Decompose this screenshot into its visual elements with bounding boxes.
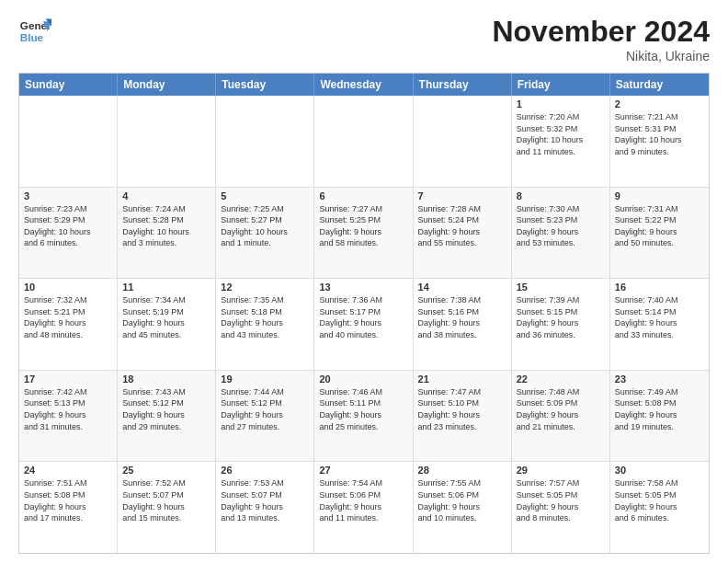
cell-info: Sunrise: 7:58 AM Sunset: 5:05 PM Dayligh… <box>615 477 704 523</box>
day-number: 20 <box>319 373 407 385</box>
month-title: November 2024 <box>492 15 710 49</box>
day-number: 26 <box>221 465 309 476</box>
cell-info: Sunrise: 7:40 AM Sunset: 5:14 PM Dayligh… <box>615 294 704 340</box>
day-number: 25 <box>122 465 210 476</box>
cell-info: Sunrise: 7:34 AM Sunset: 5:19 PM Dayligh… <box>122 294 210 340</box>
day-number: 12 <box>221 282 309 293</box>
header-tuesday: Tuesday <box>216 74 314 96</box>
cell-info: Sunrise: 7:51 AM Sunset: 5:08 PM Dayligh… <box>24 477 112 523</box>
day-number: 30 <box>615 465 704 476</box>
cell-info: Sunrise: 7:24 AM Sunset: 5:28 PM Dayligh… <box>122 203 210 249</box>
day-number: 29 <box>517 465 605 476</box>
page: General Blue November 2024 Nikita, Ukrai… <box>0 0 728 563</box>
cal-row-0: 1Sunrise: 7:20 AM Sunset: 5:32 PM Daylig… <box>19 96 709 188</box>
cal-cell-r3-c4: 21Sunrise: 7:47 AM Sunset: 5:10 PM Dayli… <box>414 371 512 462</box>
logo: General Blue <box>18 15 51 48</box>
header-sunday: Sunday <box>19 74 118 96</box>
cal-cell-r4-c4: 28Sunrise: 7:55 AM Sunset: 5:06 PM Dayli… <box>414 462 512 553</box>
day-number: 14 <box>418 282 506 293</box>
cal-cell-r3-c0: 17Sunrise: 7:42 AM Sunset: 5:13 PM Dayli… <box>19 371 118 462</box>
cal-cell-r4-c2: 26Sunrise: 7:53 AM Sunset: 5:07 PM Dayli… <box>216 462 314 553</box>
cal-cell-r0-c3 <box>314 96 413 187</box>
cal-cell-r2-c6: 16Sunrise: 7:40 AM Sunset: 5:14 PM Dayli… <box>610 279 709 370</box>
cal-cell-r2-c1: 11Sunrise: 7:34 AM Sunset: 5:19 PM Dayli… <box>118 279 216 370</box>
subtitle: Nikita, Ukraine <box>492 49 710 63</box>
header-friday: Friday <box>512 74 610 96</box>
cell-info: Sunrise: 7:21 AM Sunset: 5:31 PM Dayligh… <box>615 111 704 157</box>
cal-cell-r2-c3: 13Sunrise: 7:36 AM Sunset: 5:17 PM Dayli… <box>314 279 413 370</box>
day-number: 4 <box>122 190 210 201</box>
cell-info: Sunrise: 7:57 AM Sunset: 5:05 PM Dayligh… <box>517 477 605 523</box>
day-number: 8 <box>517 190 605 201</box>
cell-info: Sunrise: 7:35 AM Sunset: 5:18 PM Dayligh… <box>221 294 309 340</box>
cal-cell-r4-c0: 24Sunrise: 7:51 AM Sunset: 5:08 PM Dayli… <box>19 462 118 553</box>
cal-cell-r2-c2: 12Sunrise: 7:35 AM Sunset: 5:18 PM Dayli… <box>216 279 314 370</box>
cell-info: Sunrise: 7:54 AM Sunset: 5:06 PM Dayligh… <box>319 477 407 523</box>
day-number: 22 <box>517 373 605 385</box>
cell-info: Sunrise: 7:32 AM Sunset: 5:21 PM Dayligh… <box>24 294 112 340</box>
cal-cell-r3-c1: 18Sunrise: 7:43 AM Sunset: 5:12 PM Dayli… <box>118 371 216 462</box>
cell-info: Sunrise: 7:43 AM Sunset: 5:12 PM Dayligh… <box>122 386 210 432</box>
day-number: 3 <box>24 190 112 201</box>
cal-row-1: 3Sunrise: 7:23 AM Sunset: 5:29 PM Daylig… <box>19 188 709 280</box>
cal-cell-r0-c2 <box>216 96 314 187</box>
day-number: 6 <box>319 190 407 201</box>
cell-info: Sunrise: 7:25 AM Sunset: 5:27 PM Dayligh… <box>221 203 309 249</box>
day-number: 5 <box>221 190 309 201</box>
cal-cell-r0-c5: 1Sunrise: 7:20 AM Sunset: 5:32 PM Daylig… <box>512 96 610 187</box>
calendar-body: 1Sunrise: 7:20 AM Sunset: 5:32 PM Daylig… <box>19 96 709 553</box>
cell-info: Sunrise: 7:23 AM Sunset: 5:29 PM Dayligh… <box>24 203 112 249</box>
cell-info: Sunrise: 7:44 AM Sunset: 5:12 PM Dayligh… <box>221 386 309 432</box>
cal-cell-r3-c3: 20Sunrise: 7:46 AM Sunset: 5:11 PM Dayli… <box>314 371 413 462</box>
day-number: 17 <box>24 373 112 385</box>
day-number: 1 <box>517 98 605 109</box>
day-number: 9 <box>615 190 704 201</box>
cell-info: Sunrise: 7:55 AM Sunset: 5:06 PM Dayligh… <box>418 477 506 523</box>
title-block: November 2024 Nikita, Ukraine <box>492 15 710 63</box>
cal-cell-r0-c6: 2Sunrise: 7:21 AM Sunset: 5:31 PM Daylig… <box>610 96 709 187</box>
cal-cell-r0-c0 <box>19 96 118 187</box>
cal-cell-r4-c1: 25Sunrise: 7:52 AM Sunset: 5:07 PM Dayli… <box>118 462 216 553</box>
cell-info: Sunrise: 7:46 AM Sunset: 5:11 PM Dayligh… <box>319 386 407 432</box>
day-number: 7 <box>418 190 506 201</box>
cal-cell-r2-c5: 15Sunrise: 7:39 AM Sunset: 5:15 PM Dayli… <box>512 279 610 370</box>
cell-info: Sunrise: 7:36 AM Sunset: 5:17 PM Dayligh… <box>319 294 407 340</box>
day-number: 15 <box>517 282 605 293</box>
day-number: 13 <box>319 282 407 293</box>
day-number: 27 <box>319 465 407 476</box>
cal-cell-r1-c0: 3Sunrise: 7:23 AM Sunset: 5:29 PM Daylig… <box>19 188 118 279</box>
header-wednesday: Wednesday <box>314 74 413 96</box>
cal-row-3: 17Sunrise: 7:42 AM Sunset: 5:13 PM Dayli… <box>19 371 709 463</box>
day-number: 19 <box>221 373 309 385</box>
cell-info: Sunrise: 7:49 AM Sunset: 5:08 PM Dayligh… <box>615 386 704 432</box>
cal-cell-r3-c5: 22Sunrise: 7:48 AM Sunset: 5:09 PM Dayli… <box>512 371 610 462</box>
header-saturday: Saturday <box>610 74 709 96</box>
cal-cell-r0-c4 <box>414 96 512 187</box>
header: General Blue November 2024 Nikita, Ukrai… <box>18 15 710 63</box>
cal-cell-r2-c4: 14Sunrise: 7:38 AM Sunset: 5:16 PM Dayli… <box>414 279 512 370</box>
day-number: 10 <box>24 282 112 293</box>
cell-info: Sunrise: 7:47 AM Sunset: 5:10 PM Dayligh… <box>418 386 506 432</box>
day-number: 2 <box>615 98 704 109</box>
cal-row-2: 10Sunrise: 7:32 AM Sunset: 5:21 PM Dayli… <box>19 279 709 371</box>
cal-cell-r3-c6: 23Sunrise: 7:49 AM Sunset: 5:08 PM Dayli… <box>610 371 709 462</box>
header-monday: Monday <box>118 74 216 96</box>
calendar: Sunday Monday Tuesday Wednesday Thursday… <box>18 73 710 554</box>
cal-cell-r4-c5: 29Sunrise: 7:57 AM Sunset: 5:05 PM Dayli… <box>512 462 610 553</box>
cell-info: Sunrise: 7:31 AM Sunset: 5:22 PM Dayligh… <box>615 203 704 249</box>
day-number: 21 <box>418 373 506 385</box>
day-number: 18 <box>122 373 210 385</box>
cell-info: Sunrise: 7:52 AM Sunset: 5:07 PM Dayligh… <box>122 477 210 523</box>
cell-info: Sunrise: 7:30 AM Sunset: 5:23 PM Dayligh… <box>517 203 605 249</box>
header-thursday: Thursday <box>414 74 512 96</box>
day-number: 16 <box>615 282 704 293</box>
svg-text:Blue: Blue <box>20 31 44 43</box>
calendar-header: Sunday Monday Tuesday Wednesday Thursday… <box>19 74 709 96</box>
logo-icon: General Blue <box>18 15 51 48</box>
cell-info: Sunrise: 7:27 AM Sunset: 5:25 PM Dayligh… <box>319 203 407 249</box>
day-number: 23 <box>615 373 704 385</box>
cell-info: Sunrise: 7:53 AM Sunset: 5:07 PM Dayligh… <box>221 477 309 523</box>
day-number: 24 <box>24 465 112 476</box>
cal-cell-r3-c2: 19Sunrise: 7:44 AM Sunset: 5:12 PM Dayli… <box>216 371 314 462</box>
cell-info: Sunrise: 7:28 AM Sunset: 5:24 PM Dayligh… <box>418 203 506 249</box>
